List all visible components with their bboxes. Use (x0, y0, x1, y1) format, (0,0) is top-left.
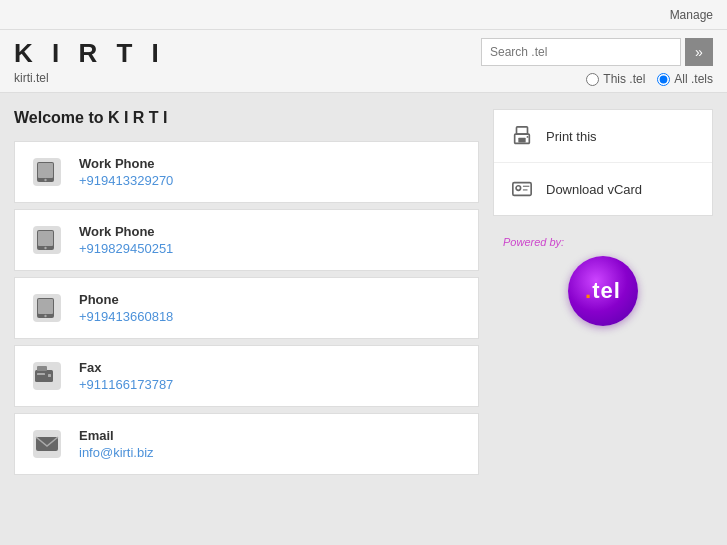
header: K I R T I kirti.tel » This .tel All .tel… (0, 30, 727, 93)
contact-value-0[interactable]: +919413329270 (79, 173, 173, 188)
svg-point-11 (44, 315, 46, 317)
radio-row: This .tel All .tels (586, 72, 713, 86)
contact-card: Work Phone +919829450251 (14, 209, 479, 271)
contact-icon-0 (27, 152, 67, 192)
vcard-label: Download vCard (546, 182, 642, 197)
site-subtitle: kirti.tel (14, 71, 165, 85)
manage-link[interactable]: Manage (670, 8, 713, 22)
contact-label-1: Work Phone (79, 224, 173, 239)
svg-point-3 (44, 179, 46, 181)
contact-card: Work Phone +919413329270 (14, 141, 479, 203)
tel-logo-text: .tel (585, 278, 621, 304)
action-box: Print this Download vCard (493, 109, 713, 216)
powered-by-section: Powered by: .tel (493, 236, 713, 326)
contact-label-4: Email (79, 428, 154, 443)
header-left: K I R T I kirti.tel (14, 38, 165, 85)
contact-card: Fax +911166173787 (14, 345, 479, 407)
contact-value-1[interactable]: +919829450251 (79, 241, 173, 256)
svg-point-7 (44, 247, 46, 249)
svg-rect-2 (38, 163, 53, 178)
print-label: Print this (546, 129, 597, 144)
vcard-icon (508, 175, 536, 203)
search-row: » (481, 38, 713, 66)
radio-this-tel-input[interactable] (586, 73, 599, 86)
contact-info-0: Work Phone +919413329270 (79, 156, 173, 188)
welcome-title: Welcome to K I R T I (14, 109, 479, 127)
contact-icon-1 (27, 220, 67, 260)
header-right: » This .tel All .tels (481, 38, 713, 86)
svg-rect-6 (38, 231, 53, 246)
contact-card: Phone +919413660818 (14, 277, 479, 339)
left-panel: Welcome to K I R T I Work Phone +9194133… (14, 109, 479, 532)
print-icon (508, 122, 536, 150)
svg-point-22 (527, 136, 529, 138)
contact-label-3: Fax (79, 360, 173, 375)
contact-label-2: Phone (79, 292, 173, 307)
contact-value-4[interactable]: info@kirti.biz (79, 445, 154, 460)
contact-card: Email info@kirti.biz (14, 413, 479, 475)
top-bar: Manage (0, 0, 727, 30)
svg-rect-10 (38, 299, 53, 314)
svg-rect-15 (37, 373, 45, 375)
contact-label-0: Work Phone (79, 156, 173, 171)
radio-all-tels-label: All .tels (674, 72, 713, 86)
tel-word: tel (592, 278, 621, 303)
svg-rect-19 (517, 127, 528, 134)
radio-all-tels[interactable]: All .tels (657, 72, 713, 86)
contact-value-2[interactable]: +919413660818 (79, 309, 173, 324)
contact-info-4: Email info@kirti.biz (79, 428, 154, 460)
search-input[interactable] (481, 38, 681, 66)
contact-icon-2 (27, 288, 67, 328)
contact-icon-4 (27, 424, 67, 464)
contact-info-1: Work Phone +919829450251 (79, 224, 173, 256)
search-button[interactable]: » (685, 38, 713, 66)
contact-info-2: Phone +919413660818 (79, 292, 173, 324)
radio-all-tels-input[interactable] (657, 73, 670, 86)
svg-rect-14 (37, 366, 47, 371)
main: Welcome to K I R T I Work Phone +9194133… (0, 93, 727, 545)
contact-info-3: Fax +911166173787 (79, 360, 173, 392)
vcard-action[interactable]: Download vCard (494, 163, 712, 215)
print-action[interactable]: Print this (494, 110, 712, 163)
powered-by-label: Powered by: (503, 236, 564, 248)
tel-logo: .tel (568, 256, 638, 326)
svg-rect-16 (48, 374, 51, 377)
radio-this-tel-label: This .tel (603, 72, 645, 86)
contact-list: Work Phone +919413329270 Work Phone +919… (14, 141, 479, 475)
contact-icon-3 (27, 356, 67, 396)
site-title: K I R T I (14, 38, 165, 69)
right-panel: Print this Download vCard Powered by: (493, 109, 713, 532)
search-arrow-icon: » (695, 44, 703, 60)
svg-rect-21 (518, 138, 525, 143)
contact-value-3[interactable]: +911166173787 (79, 377, 173, 392)
radio-this-tel[interactable]: This .tel (586, 72, 645, 86)
svg-point-24 (516, 186, 521, 191)
